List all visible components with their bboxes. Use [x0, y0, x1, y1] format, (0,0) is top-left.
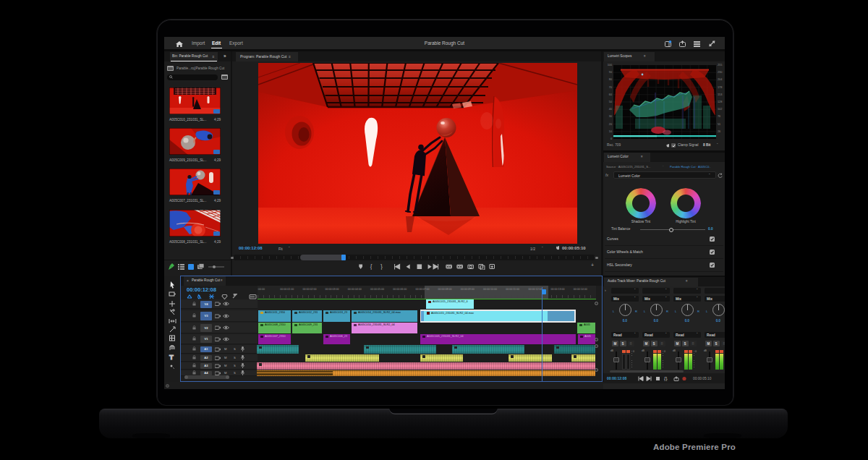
svg-text:{: {: [370, 263, 373, 270]
svg-text:T: T: [169, 353, 174, 361]
svg-text:{}: {}: [664, 376, 668, 381]
svg-text:}: }: [380, 263, 383, 270]
